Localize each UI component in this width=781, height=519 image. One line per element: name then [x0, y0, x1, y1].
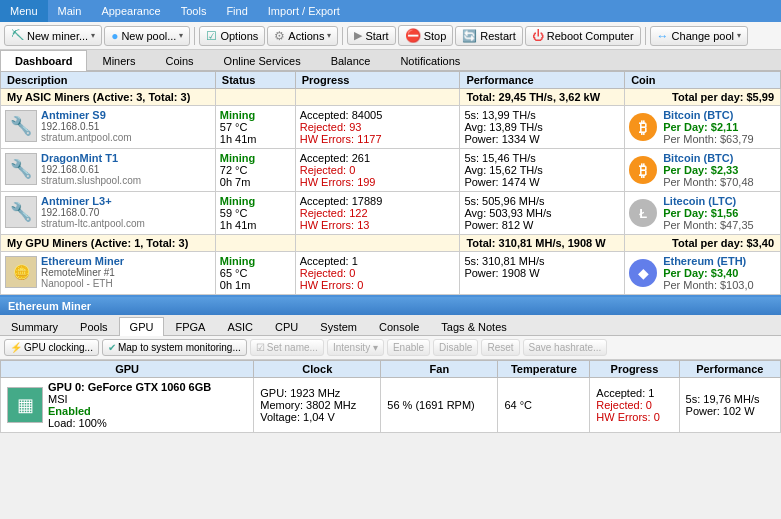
tab-console[interactable]: Console — [368, 317, 430, 336]
asic-section-empty2 — [295, 89, 460, 106]
reboot-icon: ⏻ — [532, 29, 544, 43]
set-name-button[interactable]: ☑ Set name... — [250, 339, 324, 356]
intensity-button[interactable]: Intensity ▾ — [327, 339, 384, 356]
tab-balance[interactable]: Balance — [316, 50, 386, 71]
stop-label: Stop — [424, 30, 447, 42]
miner-name-s9: Antminer S9 — [41, 109, 132, 121]
set-name-label: Set name... — [267, 342, 318, 353]
change-pool-button[interactable]: ↔ Change pool ▾ — [650, 26, 748, 46]
asic-section-empty — [215, 89, 295, 106]
tab-pools[interactable]: Pools — [69, 317, 119, 336]
start-label: Start — [365, 30, 388, 42]
menu-item-appearance[interactable]: Appearance — [91, 0, 170, 22]
toolbar-separator-3 — [645, 27, 646, 45]
miner-image-s9: 🔧 — [5, 110, 37, 142]
bitcoin-icon-dragon: ₿ — [629, 156, 657, 184]
tab-coins[interactable]: Coins — [150, 50, 208, 71]
bottom-panel-title: Ethereum Miner — [0, 297, 781, 315]
miner-desc-s9: 🔧 Antminer S9 192.168.0.51 stratum.antpo… — [1, 106, 216, 149]
gpu-col-progress: Progress — [590, 361, 679, 378]
new-miner-icon: ⛏ — [11, 28, 24, 43]
tab-fpga[interactable]: FPGA — [164, 317, 216, 336]
gpu-total-day: Total per day: $3,40 — [625, 235, 781, 252]
menu-item-main[interactable]: Main — [48, 0, 92, 22]
miner-progress-eth: Accepted: 1 Rejected: 0 HW Errors: 0 — [295, 252, 460, 295]
disable-button[interactable]: Disable — [433, 339, 478, 356]
header-progress: Progress — [295, 72, 460, 89]
miner-progress-l3: Accepted: 17889 Rejected: 122 HW Errors:… — [295, 192, 460, 235]
tab-gpu[interactable]: GPU — [119, 317, 165, 336]
miner-coin-l3: Ł Litecoin (LTC) Per Day: $1,56 Per Mont… — [625, 192, 781, 235]
table-row[interactable]: 🔧 Antminer L3+ 192.168.0.70 stratum-ltc.… — [1, 192, 781, 235]
miner-perf-s9: 5s: 13,99 TH/s Avg: 13,89 TH/s Power: 13… — [460, 106, 625, 149]
save-hashrate-button[interactable]: Save hashrate... — [523, 339, 608, 356]
toolbar-separator-1 — [194, 27, 195, 45]
asic-total-day: Total per day: $5,99 — [625, 89, 781, 106]
asic-section-header: My ASIC Miners (Active: 3, Total: 3) Tot… — [1, 89, 781, 106]
reset-button[interactable]: Reset — [481, 339, 519, 356]
options-label: Options — [220, 30, 258, 42]
miner-perf-l3: 5s: 505,96 MH/s Avg: 503,93 MH/s Power: … — [460, 192, 625, 235]
tab-summary[interactable]: Summary — [0, 317, 69, 336]
gpu-section-empty — [215, 235, 295, 252]
tab-cpu[interactable]: CPU — [264, 317, 309, 336]
gpu-col-perf: Performance — [679, 361, 780, 378]
map-system-icon: ✔ — [108, 342, 116, 353]
change-pool-dropdown[interactable]: ▾ — [737, 31, 741, 40]
actions-dropdown[interactable]: ▾ — [327, 31, 331, 40]
change-pool-label: Change pool — [672, 30, 734, 42]
gpu-total-perf: Total: 310,81 MH/s, 1908 W — [460, 235, 625, 252]
tab-system[interactable]: System — [309, 317, 368, 336]
menu-item-menu[interactable]: Menu — [0, 0, 48, 22]
main-content: Description Status Progress Performance … — [0, 71, 781, 295]
table-row[interactable]: 🔧 Antminer S9 192.168.0.51 stratum.antpo… — [1, 106, 781, 149]
gpu-clocking-button[interactable]: ⚡ GPU clocking... — [4, 339, 99, 356]
miner-coin-dragon: ₿ Bitcoin (BTC) Per Day: $2,33 Per Month… — [625, 149, 781, 192]
start-icon: ▶ — [354, 29, 362, 42]
menu-item-tools[interactable]: Tools — [171, 0, 217, 22]
reboot-computer-button[interactable]: ⏻ Reboot Computer — [525, 26, 641, 46]
miner-status-dragon: Mining 72 °C 0h 7m — [215, 149, 295, 192]
restart-button[interactable]: 🔄 Restart — [455, 26, 522, 46]
restart-label: Restart — [480, 30, 515, 42]
miner-progress-s9: Accepted: 84005 Rejected: 93 HW Errors: … — [295, 106, 460, 149]
miner-coin-s9: ₿ Bitcoin (BTC) Per Day: $2,11 Per Month… — [625, 106, 781, 149]
start-button[interactable]: ▶ Start — [347, 26, 395, 45]
gpu-col-gpu: GPU — [1, 361, 254, 378]
gpu-row-progress: Accepted: 1 Rejected: 0 HW Errors: 0 — [590, 378, 679, 433]
options-icon: ☑ — [206, 29, 217, 43]
miner-image-dragon: 🔧 — [5, 153, 37, 185]
miner-desc-l3: 🔧 Antminer L3+ 192.168.0.70 stratum-ltc.… — [1, 192, 216, 235]
table-row[interactable]: 🪙 Ethereum Miner RemoteMiner #1 Nanopool… — [1, 252, 781, 295]
enable-label: Enable — [393, 342, 424, 353]
ethereum-icon: ◆ — [629, 259, 657, 287]
save-hashrate-label: Save hashrate... — [529, 342, 602, 353]
asic-total-perf: Total: 29,45 TH/s, 3,62 kW — [460, 89, 625, 106]
stop-button[interactable]: ⛔ Stop — [398, 25, 454, 46]
table-row[interactable]: ▦ GPU 0: GeForce GTX 1060 6GB MSI Enable… — [1, 378, 781, 433]
miner-desc-eth: 🪙 Ethereum Miner RemoteMiner #1 Nanopool… — [1, 252, 216, 295]
stop-icon: ⛔ — [405, 28, 421, 43]
miner-perf-eth: 5s: 310,81 MH/s Power: 1908 W — [460, 252, 625, 295]
table-row[interactable]: 🔧 DragonMint T1 192.168.0.61 stratum.slu… — [1, 149, 781, 192]
tab-online-services[interactable]: Online Services — [209, 50, 316, 71]
reboot-label: Reboot Computer — [547, 30, 634, 42]
miner-name-eth: Ethereum Miner — [41, 255, 124, 267]
new-miner-button[interactable]: ⛏ New miner... ▾ — [4, 25, 102, 46]
map-system-button[interactable]: ✔ Map to system monitoring... — [102, 339, 247, 356]
tab-miners[interactable]: Miners — [87, 50, 150, 71]
tab-dashboard[interactable]: Dashboard — [0, 50, 87, 71]
enable-button[interactable]: Enable — [387, 339, 430, 356]
menu-item-import-export[interactable]: Import / Export — [258, 0, 350, 22]
tab-asic[interactable]: ASIC — [216, 317, 264, 336]
options-button[interactable]: ☑ Options — [199, 26, 265, 46]
gpu-row-temp: 64 °C — [498, 378, 590, 433]
menu-item-find[interactable]: Find — [216, 0, 257, 22]
tab-tags-notes[interactable]: Tags & Notes — [430, 317, 517, 336]
new-pool-dropdown[interactable]: ▾ — [179, 31, 183, 40]
new-miner-dropdown[interactable]: ▾ — [91, 31, 95, 40]
toolbar: ⛏ New miner... ▾ ● New pool... ▾ ☑ Optio… — [0, 22, 781, 50]
new-pool-button[interactable]: ● New pool... ▾ — [104, 26, 190, 46]
actions-button[interactable]: ⚙ Actions ▾ — [267, 26, 338, 46]
tab-notifications[interactable]: Notifications — [385, 50, 475, 71]
